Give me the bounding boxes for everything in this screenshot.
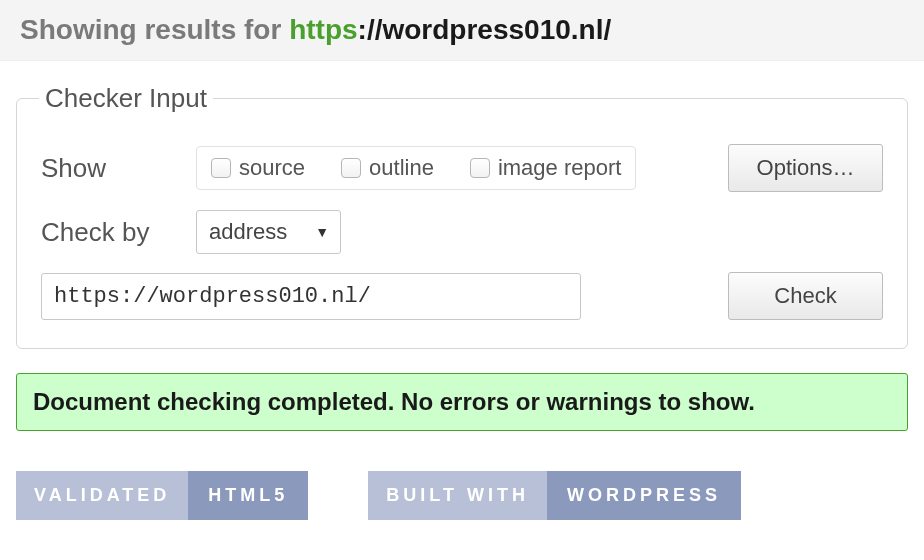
checkby-select[interactable]: address xyxy=(196,210,341,254)
checkby-select-wrap: address ▼ xyxy=(196,210,341,254)
badge-builtwith-right: WORDPRESS xyxy=(547,471,741,520)
badge-builtwith: BUILT WITH WORDPRESS xyxy=(368,471,741,520)
show-row: Show source outline image report Options… xyxy=(41,144,883,192)
url-input[interactable] xyxy=(41,273,581,320)
url-row: Check xyxy=(41,272,883,320)
check-button[interactable]: Check xyxy=(728,272,883,320)
results-heading: Showing results for https://wordpress010… xyxy=(20,14,611,45)
show-label: Show xyxy=(41,153,196,184)
badge-validated: VALIDATED HTML5 xyxy=(16,471,308,520)
checkbox-outline-label: outline xyxy=(369,155,434,181)
checkby-row: Check by address ▼ xyxy=(41,210,883,254)
checkbox-source-item: source xyxy=(211,155,305,181)
checkbox-outline[interactable] xyxy=(341,158,361,178)
badge-validated-left: VALIDATED xyxy=(16,471,188,520)
checker-input-panel: Checker Input Show source outline image … xyxy=(16,83,908,349)
badges-row: VALIDATED HTML5 BUILT WITH WORDPRESS xyxy=(16,471,908,520)
checkbox-image-report-label: image report xyxy=(498,155,622,181)
results-header: Showing results for https://wordpress010… xyxy=(0,0,924,61)
checker-legend: Checker Input xyxy=(39,83,213,114)
heading-scheme: https xyxy=(289,14,357,45)
result-message: Document checking completed. No errors o… xyxy=(33,388,755,415)
badge-builtwith-left: BUILT WITH xyxy=(368,471,547,520)
show-options-group: source outline image report xyxy=(196,146,636,190)
checker-fieldset: Checker Input Show source outline image … xyxy=(16,83,908,349)
checkbox-image-report[interactable] xyxy=(470,158,490,178)
options-button[interactable]: Options… xyxy=(728,144,883,192)
badge-validated-right: HTML5 xyxy=(188,471,308,520)
checkbox-source[interactable] xyxy=(211,158,231,178)
checkby-label: Check by xyxy=(41,217,196,248)
checkbox-image-report-item: image report xyxy=(470,155,622,181)
result-banner: Document checking completed. No errors o… xyxy=(16,373,908,431)
checkbox-source-label: source xyxy=(239,155,305,181)
heading-prefix: Showing results for xyxy=(20,14,289,45)
checkbox-outline-item: outline xyxy=(341,155,434,181)
heading-url-rest: ://wordpress010.nl/ xyxy=(358,14,612,45)
